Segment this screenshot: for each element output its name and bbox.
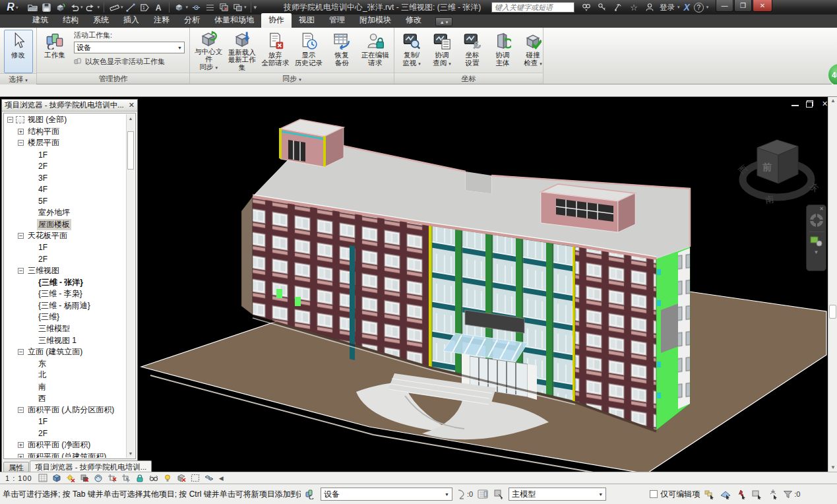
show-crop-region-icon[interactable] [121, 473, 132, 483]
viewcube-south-label[interactable]: 南 [764, 194, 774, 205]
panel-select-footer[interactable]: 选择 ▾ [0, 73, 36, 84]
view3d-dropdown-icon[interactable]: ▾ [186, 5, 189, 10]
tree-item-室外地坪[interactable]: 室外地坪 [5, 207, 126, 219]
tree-item-1F[interactable]: 1F [5, 149, 126, 161]
worksharing-display-icon[interactable] [176, 473, 187, 483]
worksets-button[interactable]: 工作集 [40, 30, 70, 72]
tree-toggle-icon[interactable]: − [18, 140, 24, 146]
visual-style-icon[interactable] [51, 473, 63, 483]
tab-结构[interactable]: 结构 [55, 13, 86, 28]
scroll-up-icon[interactable]: ▲ [830, 98, 836, 104]
tree-item-2F[interactable]: 2F [5, 253, 126, 265]
ribbon-button-coordinates[interactable]: 坐标设置 [458, 30, 487, 72]
notification-badge[interactable]: 40 [827, 63, 837, 87]
view-lock-icon[interactable] [135, 473, 146, 483]
measure-dropdown-icon[interactable]: ▾ [121, 5, 123, 10]
tree-item-天花板平面[interactable]: −天花板平面 [5, 230, 126, 242]
zoom-tool-icon[interactable] [809, 235, 824, 248]
login-dropdown-icon[interactable]: ▾ [677, 5, 680, 10]
tree-item-三维视图 1[interactable]: 三维视图 1 [5, 334, 126, 346]
selection-filter[interactable]: :0 [783, 489, 800, 499]
favorites-star-icon[interactable]: ☆ [628, 1, 640, 13]
view-restore-button[interactable] [805, 100, 814, 108]
viewcube-front-label[interactable]: 前 [762, 162, 772, 172]
thin-lines-icon[interactable] [204, 1, 216, 13]
tab-系统[interactable]: 系统 [86, 13, 116, 28]
status-workset-select[interactable]: 设备▼ [321, 488, 452, 501]
restore-button[interactable]: ❐ [734, 0, 752, 12]
subscription-icon[interactable] [596, 1, 608, 13]
qat-customize-icon[interactable]: ▾ [254, 4, 257, 11]
aligned-dimension-icon[interactable] [125, 1, 137, 13]
view-minimize-button[interactable] [791, 100, 799, 106]
ribbon-button-editing-requests[interactable]: 正在编辑请求 [359, 30, 392, 72]
tree-item-2F[interactable]: 2F [5, 427, 126, 439]
user-icon[interactable] [644, 1, 656, 13]
ribbon-button-restore-backup[interactable]: 恢复备份 [326, 30, 358, 72]
default-3d-view-icon[interactable] [173, 1, 185, 13]
communication-center-icon[interactable] [612, 1, 624, 13]
measure-icon[interactable] [108, 1, 120, 13]
gray-inactive-worksets-button[interactable]: 以灰色显示非活动工作集 [74, 57, 185, 67]
displaced-elements-icon[interactable] [204, 473, 215, 483]
tab-注释[interactable]: 注释 [146, 13, 177, 28]
tree-item-3F[interactable]: 3F [5, 172, 126, 184]
redo-dropdown-icon[interactable]: ▾ [98, 5, 100, 10]
select-pinned-toggle-icon[interactable] [735, 488, 747, 500]
exchange-apps-icon[interactable]: X [684, 2, 690, 13]
tree-item-1F[interactable]: 1F [5, 242, 126, 254]
viewbar-collapse-icon[interactable]: ◀ [219, 475, 224, 482]
active-workset-select[interactable]: 设备▼ [74, 42, 185, 53]
temporary-hide-isolate-icon[interactable] [148, 473, 160, 483]
tree-item-三维视图[interactable]: −三维视图 [5, 265, 126, 277]
tree-item-面积平面 (人防分区面积)[interactable]: −面积平面 (人防分区面积) [5, 404, 126, 416]
tree-toggle-icon[interactable]: + [18, 442, 24, 448]
tab-分析[interactable]: 分析 [177, 13, 207, 28]
tree-item-{三维 - 杨雨迪}[interactable]: {三维 - 杨雨迪} [5, 300, 126, 312]
tree-toggle-icon[interactable]: − [18, 407, 24, 413]
browser-scroll-down-icon[interactable]: ▼ [127, 450, 134, 457]
tree-item-结构平面[interactable]: +结构平面 [5, 126, 126, 138]
sync-with-central-icon[interactable] [54, 1, 66, 13]
view-vertical-scrollbar[interactable]: ▲ ▼ [828, 97, 837, 472]
tab-附加模块[interactable]: 附加模块 [352, 13, 398, 28]
tab-体量和场地[interactable]: 体量和场地 [207, 13, 261, 28]
switch-windows-icon[interactable] [232, 1, 243, 13]
close-button[interactable]: ✕ [753, 0, 772, 12]
tree-toggle-icon[interactable]: + [18, 129, 24, 135]
tree-toggle-icon[interactable]: − [18, 268, 24, 274]
tree-item-面积平面 (净面积)[interactable]: +面积平面 (净面积) [5, 439, 126, 451]
undo-icon[interactable] [68, 1, 80, 13]
ribbon-button-relinquish[interactable]: 放弃全部请求 [259, 30, 292, 72]
tree-toggle-icon[interactable]: − [18, 233, 24, 239]
shadows-icon[interactable] [79, 473, 90, 483]
tree-item-视图 (全部)[interactable]: −视图 (全部) [5, 114, 126, 126]
login-link[interactable]: 登录 [660, 3, 675, 13]
tree-item-5F[interactable]: 5F [5, 195, 126, 207]
ribbon-collapse-button[interactable]: ▲ ▾ [435, 17, 452, 26]
navbar-close-icon[interactable]: ✕ [819, 206, 824, 212]
ribbon-button-coordination-review[interactable]: 协调查阅 ▾ [427, 30, 456, 72]
tree-item-面积平面 (总建筑面积)[interactable]: +面积平面 (总建筑面积) [5, 451, 126, 458]
rendering-dialog-icon[interactable] [93, 473, 104, 483]
ribbon-button-history[interactable]: 显示历史记录 [293, 30, 325, 72]
scroll-down-icon[interactable]: ▼ [830, 464, 836, 471]
detail-level-icon[interactable] [38, 473, 49, 483]
modify-button[interactable]: 修改 [4, 30, 33, 73]
tab-插入[interactable]: 插入 [116, 13, 146, 28]
tree-item-楼层平面[interactable]: −楼层平面 [5, 137, 126, 149]
tree-item-{三维 - 李枭}[interactable]: {三维 - 李枭} [5, 288, 126, 300]
active-workset-icon[interactable] [305, 488, 317, 500]
redo-icon[interactable] [85, 1, 97, 13]
tag-icon[interactable]: 1 [139, 1, 151, 13]
viewcube[interactable]: 前 南 东 西 [737, 140, 821, 205]
ribbon-button-copy-monitor[interactable]: 复制/监视 ▾ [397, 30, 426, 72]
tree-item-2F[interactable]: 2F [5, 160, 126, 172]
editable-only-checkbox[interactable]: 仅可编辑项 [650, 489, 700, 500]
steering-wheel-icon[interactable] [808, 212, 825, 229]
open-icon[interactable] [26, 1, 38, 13]
browser-scroll-up-icon[interactable]: ▲ [127, 115, 134, 122]
section-icon[interactable] [190, 1, 202, 13]
tree-item-南[interactable]: 南 [5, 381, 126, 393]
ribbon-button-sync-central[interactable]: 与中心文件同步 ▾ [193, 30, 225, 72]
